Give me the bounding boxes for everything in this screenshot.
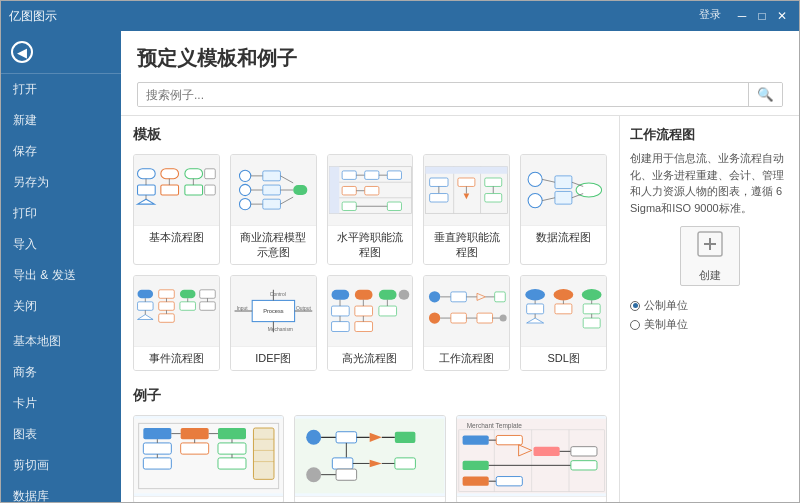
example-card-2[interactable] xyxy=(294,415,445,502)
template-label-event-flow: 事件流程图 xyxy=(134,346,219,370)
sidebar-item-print[interactable]: 打印 xyxy=(1,198,121,229)
sidebar-item-database[interactable]: 数据库 xyxy=(1,481,121,502)
templates-section-title: 模板 xyxy=(133,126,607,144)
template-label-highlight-flow: 高光流程图 xyxy=(328,346,413,370)
sidebar-item-chart[interactable]: 图表 xyxy=(1,419,121,450)
svg-rect-174 xyxy=(462,435,488,444)
sidebar-item-open[interactable]: 打开 xyxy=(1,74,121,105)
template-img-idef: Process Input Output Control Mechanism xyxy=(231,276,316,346)
svg-rect-63 xyxy=(138,290,154,298)
svg-rect-164 xyxy=(395,458,416,469)
sidebar-item-save[interactable]: 保存 xyxy=(1,136,121,167)
svg-point-15 xyxy=(239,198,250,209)
template-img-data-flow xyxy=(521,155,606,225)
example-card-3[interactable]: Merchant Template xyxy=(456,415,607,502)
svg-rect-8 xyxy=(185,169,203,179)
svg-point-165 xyxy=(307,467,322,482)
svg-rect-44 xyxy=(426,167,508,174)
svg-rect-29 xyxy=(329,167,339,214)
svg-rect-137 xyxy=(181,428,209,439)
svg-rect-20 xyxy=(263,185,281,195)
sidebar-item-close[interactable]: 关闭 xyxy=(1,291,121,322)
template-card-sdl[interactable]: SDL图 xyxy=(520,275,607,371)
svg-marker-107 xyxy=(477,293,485,300)
example-img-2 xyxy=(295,416,444,496)
svg-rect-142 xyxy=(218,458,246,469)
svg-text:Input: Input xyxy=(236,306,248,311)
search-input[interactable] xyxy=(138,84,748,106)
radio-imperial-icon xyxy=(630,320,640,330)
close-button[interactable]: ✕ xyxy=(773,7,791,25)
template-grid: 基本流程图 xyxy=(133,154,607,371)
sidebar-item-saveas[interactable]: 另存为 xyxy=(1,167,121,198)
template-card-highlight-flow[interactable]: 高光流程图 xyxy=(327,275,414,371)
right-panel: 工作流程图 创建用于信息流、业务流程自动化、业务进程重建、会计、管理和人力资源人… xyxy=(619,116,799,502)
content-area: 模板 xyxy=(121,116,799,502)
svg-rect-76 xyxy=(200,290,216,298)
svg-rect-35 xyxy=(342,186,356,194)
template-img-swimlane-h xyxy=(328,155,413,225)
svg-rect-95 xyxy=(354,306,372,316)
svg-rect-19 xyxy=(263,171,281,181)
svg-point-152 xyxy=(307,430,322,445)
svg-rect-94 xyxy=(354,290,372,300)
svg-rect-109 xyxy=(495,292,506,302)
sidebar-item-mindmap[interactable]: 剪切画 xyxy=(1,450,121,481)
unit-imperial[interactable]: 美制单位 xyxy=(630,315,789,334)
svg-rect-68 xyxy=(159,290,175,298)
title-bar-left: 亿图图示 xyxy=(9,8,57,25)
template-img-swimlane-v xyxy=(424,155,509,225)
example-card-1[interactable] xyxy=(133,415,284,502)
template-card-swimlane-v[interactable]: 垂直跨职能流程图 xyxy=(423,154,510,265)
unit-metric[interactable]: 公制单位 xyxy=(630,296,789,315)
sidebar-item-card[interactable]: 卡片 xyxy=(1,388,121,419)
sidebar-item-business[interactable]: 商务 xyxy=(1,357,121,388)
svg-rect-126 xyxy=(583,304,600,314)
svg-rect-74 xyxy=(180,302,196,310)
svg-text:Mechanism: Mechanism xyxy=(268,327,293,332)
unit-metric-label: 公制单位 xyxy=(644,298,688,313)
minimize-button[interactable]: ─ xyxy=(733,7,751,25)
svg-rect-158 xyxy=(395,432,416,443)
svg-rect-9 xyxy=(185,185,203,195)
svg-rect-11 xyxy=(205,169,216,179)
svg-rect-138 xyxy=(181,443,209,454)
svg-point-13 xyxy=(239,170,250,181)
svg-line-59 xyxy=(542,179,555,182)
sidebar-item-basicmap[interactable]: 基本地图 xyxy=(1,326,121,357)
svg-rect-134 xyxy=(143,458,171,469)
title-bar-controls: 登录 ─ □ ✕ xyxy=(699,7,791,25)
create-button[interactable]: 创建 xyxy=(680,226,740,286)
template-label-idef: IDEF图 xyxy=(231,346,316,370)
svg-rect-51 xyxy=(485,178,502,186)
template-label-swimlane-h: 水平跨职能流程图 xyxy=(328,225,413,264)
login-link[interactable]: 登录 xyxy=(699,7,721,25)
sidebar-item-import[interactable]: 导入 xyxy=(1,229,121,260)
template-card-data-flow[interactable]: 数据流程图 xyxy=(520,154,607,265)
svg-text:Control: Control xyxy=(270,292,286,297)
template-img-basic-flow xyxy=(134,155,219,225)
sidebar-item-export[interactable]: 导出 & 发送 xyxy=(1,260,121,291)
template-card-event-flow[interactable]: 事件流程图 xyxy=(133,275,220,371)
svg-point-116 xyxy=(500,315,507,322)
template-card-idef[interactable]: Process Input Output Control Mechanism xyxy=(230,275,317,371)
app-body: ◀ 打开 新建 保存 另存为 打印 导入 导出 & 发送 关闭 基本地图 商务 … xyxy=(1,31,799,502)
template-img-event-flow xyxy=(134,276,219,346)
svg-rect-5 xyxy=(161,169,179,179)
search-bar: 🔍 xyxy=(137,82,783,107)
template-card-work-flow[interactable]: 工作流程图 xyxy=(423,275,510,371)
svg-point-122 xyxy=(554,289,574,300)
svg-rect-53 xyxy=(485,194,502,202)
svg-rect-77 xyxy=(200,302,216,310)
template-card-basic-flow[interactable]: 基本流程图 xyxy=(133,154,220,265)
template-label-swimlane-v: 垂直跨职能流程图 xyxy=(424,225,509,264)
template-card-swimlane-h[interactable]: 水平跨职能流程图 xyxy=(327,154,414,265)
maximize-button[interactable]: □ xyxy=(753,7,771,25)
svg-rect-167 xyxy=(336,469,357,480)
template-card-business-flow[interactable]: 商业流程模型示意图 xyxy=(230,154,317,265)
back-button[interactable]: ◀ xyxy=(1,31,121,74)
template-label-sdl: SDL图 xyxy=(521,346,606,370)
sidebar-item-new[interactable]: 新建 xyxy=(1,105,121,136)
template-label-data-flow: 数据流程图 xyxy=(521,225,606,249)
search-button[interactable]: 🔍 xyxy=(748,83,782,106)
